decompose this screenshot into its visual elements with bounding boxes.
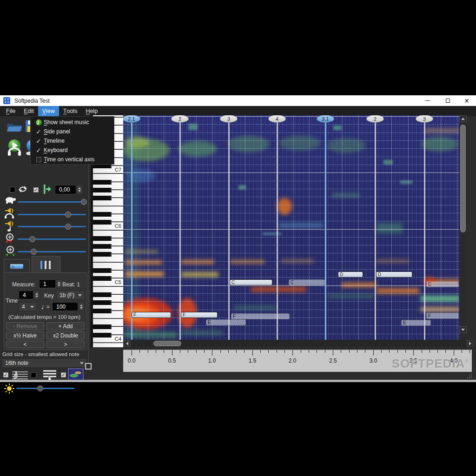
- zoom-vertical-slider-handle[interactable]: [29, 236, 35, 242]
- loop-icon[interactable]: [18, 185, 28, 194]
- note-gridline: [123, 197, 459, 197]
- brightness-slider-handle[interactable]: [37, 385, 43, 391]
- note-bar-E[interactable]: E: [401, 320, 431, 326]
- scroll-down-button[interactable]: [459, 326, 467, 333]
- menu-item-show-sheet-music[interactable]: Show sheet music: [31, 118, 114, 127]
- speed-slider-track[interactable]: [18, 201, 86, 203]
- note-bar-F[interactable]: F: [231, 313, 290, 319]
- position-field[interactable]: 0,00: [55, 185, 76, 194]
- menu-item-keyboard[interactable]: ✓Keyboard: [31, 145, 114, 155]
- black-key[interactable]: [93, 212, 112, 217]
- vertical-scrollbar-thumb[interactable]: [460, 125, 466, 232]
- measure-field[interactable]: 1: [39, 279, 56, 288]
- note-bar-F[interactable]: F: [132, 312, 171, 318]
- black-key[interactable]: [93, 309, 112, 313]
- menubar-item-file[interactable]: File: [2, 106, 20, 116]
- close-button[interactable]: ✕: [457, 95, 476, 106]
- panel-splitter-handle[interactable]: [85, 363, 92, 370]
- checkmark-icon: ✓: [36, 138, 41, 145]
- black-key[interactable]: [93, 220, 112, 225]
- white-key[interactable]: [93, 343, 123, 347]
- next-button[interactable]: >: [46, 341, 85, 348]
- add-button[interactable]: + Add: [46, 322, 85, 330]
- zoom-horizontal-icon: [4, 245, 16, 257]
- key-dropdown[interactable]: 1b (F): [56, 291, 85, 300]
- zoom-vertical-slider-track[interactable]: [18, 238, 86, 240]
- note-bar-C[interactable]: C: [230, 279, 272, 285]
- black-key[interactable]: [93, 188, 112, 192]
- note-bar-C[interactable]: C: [289, 279, 325, 285]
- black-key[interactable]: [93, 276, 112, 281]
- follow-checkbox[interactable]: ✓: [33, 187, 39, 192]
- brightness-slider-track[interactable]: [16, 388, 74, 389]
- note-bar-F[interactable]: F: [426, 313, 459, 319]
- prev-button[interactable]: <: [6, 341, 44, 348]
- monitor-volume-slider-handle[interactable]: [65, 212, 71, 218]
- black-key[interactable]: [93, 180, 112, 185]
- halve-button[interactable]: x½ Halve: [6, 331, 44, 339]
- stop-button[interactable]: [10, 187, 15, 192]
- tempo-field[interactable]: 100: [52, 302, 78, 311]
- tab-barlines[interactable]: [32, 256, 60, 273]
- app-window: Softpedia Test ✕ FileEditViewToolsHelp: [0, 95, 476, 382]
- time-denominator-dropdown[interactable]: 4: [19, 302, 37, 311]
- major-tick: [292, 350, 293, 356]
- menu-item-timeline[interactable]: ✓Timeline: [31, 136, 114, 145]
- black-key[interactable]: [93, 300, 112, 305]
- note-bar-D[interactable]: D: [376, 271, 412, 278]
- playback-volume-slider-handle[interactable]: [65, 224, 71, 230]
- time-numerator-field[interactable]: 4: [19, 291, 33, 299]
- minor-tick: [244, 350, 245, 353]
- note-bar-C[interactable]: C: [426, 281, 459, 287]
- time-numerator-spinner[interactable]: [33, 291, 40, 299]
- note-bar-F[interactable]: F: [181, 312, 218, 318]
- black-key[interactable]: [93, 236, 112, 241]
- black-key[interactable]: [93, 244, 112, 249]
- black-key[interactable]: [93, 324, 112, 329]
- black-key[interactable]: [93, 333, 112, 337]
- open-file-icon[interactable]: [6, 120, 23, 133]
- spectrogram-view[interactable]: FFEFCCDDCEF 2.12343.123: [123, 115, 459, 342]
- menubar-item-tools[interactable]: Tools: [59, 106, 82, 116]
- zoom-horizontal-slider-track[interactable]: [18, 251, 86, 252]
- black-key[interactable]: [93, 292, 112, 297]
- speed-slider-handle[interactable]: [81, 199, 87, 205]
- black-key[interactable]: [93, 268, 112, 273]
- spectrogram-view-icon[interactable]: [68, 368, 84, 381]
- note-bar-D[interactable]: D: [338, 271, 363, 278]
- double-button[interactable]: x2 Double: [46, 331, 85, 339]
- horizontal-scrollbar-thumb[interactable]: [153, 341, 181, 346]
- position-spinner[interactable]: [76, 185, 83, 194]
- scroll-up-button[interactable]: [459, 115, 467, 122]
- grid-size-dropdown[interactable]: 16th note: [2, 358, 87, 368]
- beat-gridline: [293, 115, 294, 342]
- resize-grip[interactable]: [467, 373, 472, 379]
- scroll-right-button[interactable]: [467, 340, 474, 347]
- maximize-button[interactable]: [438, 95, 457, 106]
- color-swatch[interactable]: [31, 372, 36, 378]
- note-bar-E[interactable]: E: [206, 319, 246, 325]
- monitor-volume-slider-track[interactable]: [18, 214, 86, 215]
- time-label: 2.5: [329, 357, 337, 364]
- tab-note-labels[interactable]: A: [4, 259, 30, 273]
- sheet-music-view-icon[interactable]: [11, 370, 29, 381]
- scroll-left-button[interactable]: [124, 340, 131, 347]
- minimize-button[interactable]: [418, 95, 437, 106]
- menubar-item-help[interactable]: Help: [81, 106, 102, 116]
- playback-volume-slider-track[interactable]: [18, 226, 86, 227]
- black-key[interactable]: [93, 252, 112, 257]
- timeline-ruler[interactable]: 0.00.51.01.52.02.53.03.54.0 SOFTPEDIA®: [123, 350, 472, 372]
- black-key[interactable]: [93, 196, 112, 200]
- sheet-view-checkbox[interactable]: ✓: [3, 372, 8, 377]
- spectrum-view-checkbox[interactable]: ✓: [61, 372, 66, 377]
- menu-item-time-on-vertical-axis[interactable]: Time on vertical axis: [31, 155, 114, 164]
- measure-spinner[interactable]: [56, 279, 62, 288]
- play-preview-icon[interactable]: [6, 139, 23, 156]
- menubar-item-edit[interactable]: Edit: [20, 106, 38, 116]
- remove-button[interactable]: - Remove: [6, 322, 44, 330]
- tempo-spinner[interactable]: [78, 302, 85, 311]
- menu-item-side-panel[interactable]: ✓Side panel: [31, 127, 114, 136]
- menubar-item-view[interactable]: View: [38, 106, 59, 116]
- zoom-horizontal-slider-handle[interactable]: [31, 249, 37, 255]
- go-to-start-icon[interactable]: [43, 184, 51, 195]
